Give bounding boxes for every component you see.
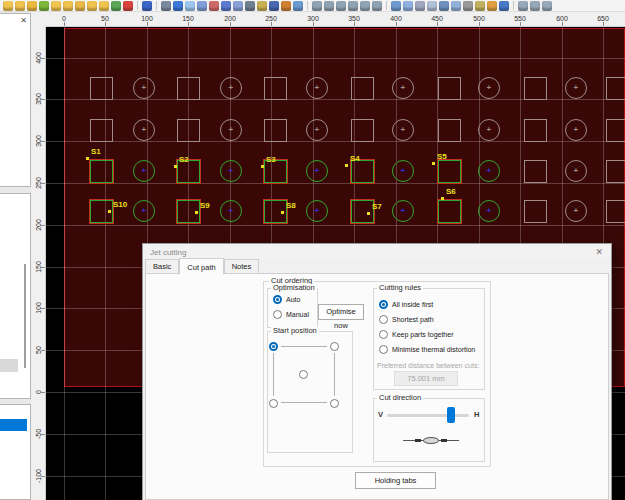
part-center-cross: + [487,126,492,134]
new-icon[interactable] [3,1,13,11]
cut-direction-slider-handle[interactable] [447,407,455,423]
grid-icon[interactable] [415,1,425,11]
part-square[interactable] [606,200,625,223]
import-icon[interactable] [39,1,49,11]
flag-icon[interactable] [257,1,267,11]
lock-icon[interactable] [475,1,485,11]
part-square[interactable] [264,119,287,142]
tool-icon[interactable] [245,1,255,11]
ruler-tick [520,22,521,26]
export-icon[interactable] [51,1,61,11]
check-icon[interactable] [111,1,121,11]
save-icon[interactable] [27,1,37,11]
cutting-rule-option-label: All inside first [392,300,433,309]
zoom-prev-icon[interactable] [372,1,382,11]
part-square[interactable] [264,77,287,100]
start-position-bottom-left[interactable] [269,399,278,408]
undo-icon[interactable] [142,1,152,11]
simulate-icon[interactable] [197,1,207,11]
part-square[interactable] [90,160,113,183]
path-icon[interactable] [221,1,231,11]
settings-icon[interactable] [293,1,303,11]
part-square[interactable] [90,119,113,142]
part-square[interactable] [90,77,113,100]
stop-icon[interactable] [209,1,219,11]
part-square[interactable] [438,77,461,100]
optimisation-radio-auto[interactable] [273,295,282,304]
start-position-bottom-right[interactable] [330,399,339,408]
nest-icon[interactable] [87,1,97,11]
part-square[interactable] [524,160,547,183]
ruler-tick-label: 50 [101,15,109,22]
holding-tabs-button[interactable]: Holding tabs [355,472,436,489]
open-icon[interactable] [15,1,25,11]
start-position-connector [281,346,327,347]
magnifier2-icon[interactable] [530,1,540,11]
view-icon[interactable] [391,1,401,11]
sidebar-selected-item[interactable] [0,419,27,431]
part-square[interactable] [438,200,461,223]
part-square[interactable] [524,77,547,100]
optimise-now-button[interactable]: Optimise now [318,304,364,320]
cutting-rule-radio-minimise-thermal-distortion[interactable] [379,345,388,354]
close-icon[interactable]: ✕ [19,16,28,25]
measure-icon[interactable] [185,1,195,11]
start-position-center[interactable] [299,370,308,379]
zoom-in-icon[interactable] [312,1,322,11]
close-icon[interactable]: ✕ [595,247,603,257]
part-square[interactable] [351,200,374,223]
lead-icon[interactable] [281,1,291,11]
part-square[interactable] [606,77,625,100]
ruler-tick [188,22,189,26]
order-icon[interactable] [233,1,243,11]
sidebar-list-item[interactable] [0,359,18,372]
cutting-rule-radio-shortest-path[interactable] [379,315,388,324]
magnifier3-icon[interactable] [542,1,552,11]
part-square[interactable] [351,119,374,142]
align-icon[interactable] [451,1,461,11]
tab-notes[interactable]: Notes [224,259,260,274]
info-icon[interactable] [499,1,509,11]
select-icon[interactable] [173,1,183,11]
part-square[interactable] [524,200,547,223]
cutting-rule-radio-all-inside-first[interactable] [379,300,388,309]
report-icon[interactable] [487,1,497,11]
part-square[interactable] [524,119,547,142]
pan-icon[interactable] [161,1,171,11]
part-square[interactable] [438,119,461,142]
rotate-icon[interactable] [427,1,437,11]
sidebar-scrollbar[interactable] [24,264,26,368]
part-square[interactable] [606,119,625,142]
part-square[interactable] [351,160,374,183]
zoom-fit-icon[interactable] [336,1,346,11]
part-square[interactable] [351,77,374,100]
grid-line [46,225,625,226]
part-square[interactable] [177,77,200,100]
group-icon[interactable] [463,1,473,11]
magnifier-icon[interactable] [518,1,528,11]
zoom-out-icon[interactable] [324,1,334,11]
tab-cut-path[interactable]: Cut path [179,258,223,275]
part-square[interactable] [438,160,461,183]
library-icon[interactable] [99,1,109,11]
part-icon[interactable] [63,1,73,11]
tab-basic[interactable]: Basic [145,259,179,274]
part-label: S7 [372,203,382,211]
mirror-icon[interactable] [439,1,449,11]
zoom-window-icon[interactable] [348,1,358,11]
part-square[interactable] [606,160,625,183]
cut-direction-slider-track[interactable] [387,414,469,417]
preferred-distance-field: 75.001 mm [394,371,458,386]
sheet-icon[interactable] [75,1,85,11]
layers-icon[interactable] [269,1,279,11]
part-label: S5 [437,153,447,161]
ruler-tick [105,22,106,26]
cutting-rule-radio-keep-parts-together[interactable] [379,330,388,339]
start-position-top-right[interactable] [330,342,339,351]
snap-icon[interactable] [403,1,413,11]
zoom-sheet-icon[interactable] [360,1,370,11]
part-square[interactable] [177,119,200,142]
delete-icon[interactable] [123,1,133,11]
optimisation-radio-manual[interactable] [273,310,282,319]
start-position-top-left[interactable] [269,342,278,351]
